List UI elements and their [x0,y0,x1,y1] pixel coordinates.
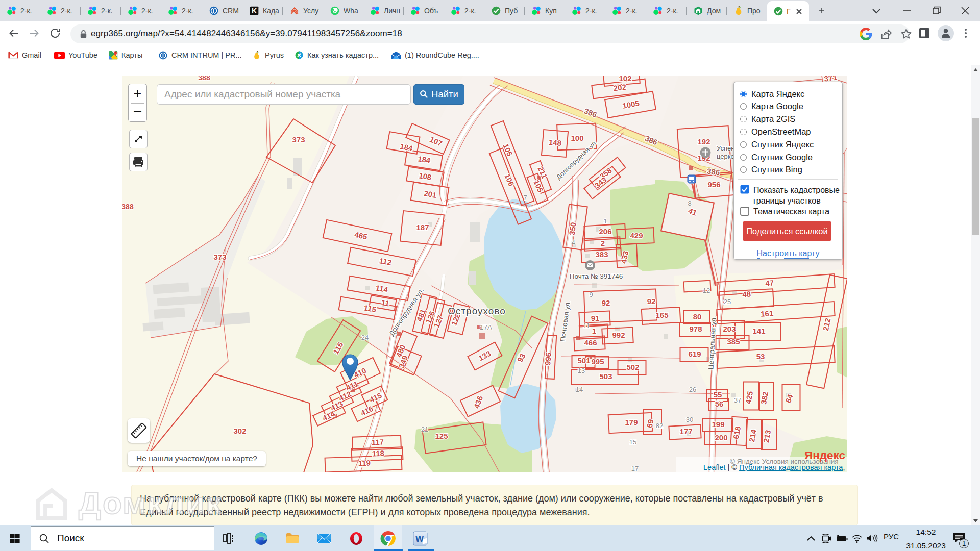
svg-text:26: 26 [689,386,696,393]
svg-text:388: 388 [198,76,210,82]
svg-text:179: 179 [625,418,638,427]
svg-text:373: 373 [292,135,305,144]
svg-text:978: 978 [689,324,702,333]
svg-text:2: 2 [601,239,605,247]
svg-text:148: 148 [548,138,561,147]
svg-text:141: 141 [752,327,765,335]
svg-text:Яндекс: Яндекс [804,449,845,462]
svg-text:203: 203 [723,324,736,333]
svg-text:202: 202 [613,83,627,93]
svg-text:56: 56 [715,399,724,408]
svg-text:161: 161 [761,309,774,318]
svg-text:956: 956 [707,180,720,189]
svg-text:385: 385 [727,337,740,346]
svg-text:386: 386 [706,166,720,177]
svg-text:Успен: Успен [717,144,734,152]
svg-text:192: 192 [697,137,710,146]
svg-text:13: 13 [578,367,585,374]
svg-text:48: 48 [742,289,751,298]
svg-text:17: 17 [631,465,639,472]
svg-text:118: 118 [372,449,384,458]
svg-text:7: 7 [523,194,527,202]
svg-text:92: 92 [602,298,610,307]
svg-text:373: 373 [213,253,226,261]
svg-text:4: 4 [571,239,575,246]
svg-text:12: 12 [703,287,710,294]
svg-text:350: 350 [568,222,578,236]
svg-text:Остроухово: Остроухово [448,306,506,316]
svg-text:502: 502 [626,363,639,371]
svg-text:125: 125 [435,432,448,440]
svg-text:503: 503 [599,372,612,381]
svg-text:177: 177 [679,427,692,436]
svg-text:8: 8 [688,199,691,207]
svg-text:165: 165 [655,311,668,319]
svg-text:69: 69 [645,418,655,428]
svg-text:992: 992 [612,331,625,339]
svg-text:11: 11 [381,298,390,308]
svg-text:501: 501 [577,356,590,365]
svg-text:K: K [252,7,257,15]
svg-text:187: 187 [416,223,429,232]
svg-text:15: 15 [629,438,636,446]
svg-text:37: 37 [734,396,741,404]
svg-text:25: 25 [724,298,731,306]
svg-text:996: 996 [543,352,553,365]
svg-text:206: 206 [599,227,611,236]
svg-text:466: 466 [584,338,597,347]
svg-text:619: 619 [688,349,701,358]
svg-text:14: 14 [576,386,583,393]
svg-text:82: 82 [656,422,663,430]
svg-text:102: 102 [619,76,631,83]
svg-text:21: 21 [421,425,428,433]
svg-text:17А: 17А [480,323,492,331]
svg-text:Leaflet | © Публичная кадастро: Leaflet | © Публичная кадастровая карта,… [703,463,847,471]
svg-text:55: 55 [714,390,722,399]
svg-text:117: 117 [371,438,384,447]
svg-text:100: 100 [571,134,583,142]
svg-text:30: 30 [686,416,693,423]
svg-text:9: 9 [589,291,593,298]
svg-text:119: 119 [358,459,371,468]
svg-text:1: 1 [603,217,607,225]
svg-text:200: 200 [715,433,727,442]
svg-text:383: 383 [595,250,608,259]
svg-text:80: 80 [693,312,702,321]
svg-text:церко: церко [717,153,734,160]
svg-text:302: 302 [233,427,246,435]
svg-text:91: 91 [591,314,600,322]
svg-text:47: 47 [765,278,774,287]
svg-text:429: 429 [630,231,643,240]
svg-text:92: 92 [647,297,656,306]
svg-text:Почта № 391746: Почта № 391746 [570,272,623,280]
svg-text:53: 53 [756,352,765,361]
svg-text:199: 199 [712,420,724,429]
svg-text:1: 1 [592,327,596,335]
svg-text:11: 11 [583,322,590,330]
svg-text:24: 24 [361,334,369,341]
svg-text:W: W [415,534,424,544]
svg-text:995: 995 [591,357,604,366]
svg-text:388: 388 [122,203,134,211]
